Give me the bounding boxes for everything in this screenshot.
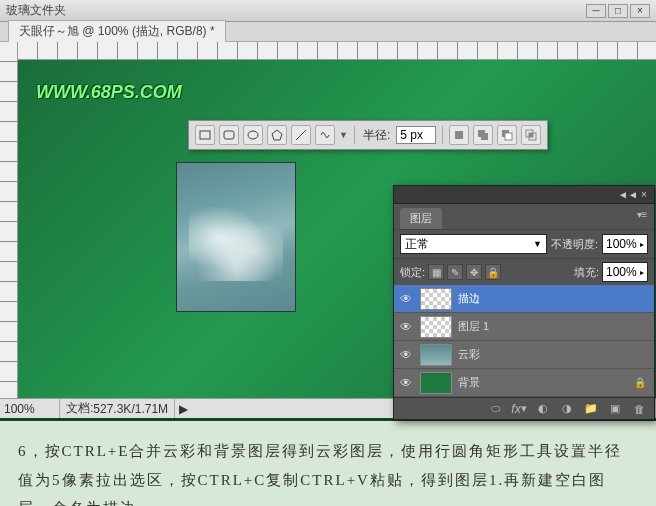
fill-label: 填充: (574, 265, 599, 280)
chevron-down-icon[interactable]: ▼ (339, 130, 348, 140)
titlebar: 玻璃文件夹 ─ □ × (0, 0, 656, 22)
window-controls: ─ □ × (586, 4, 650, 18)
layer-name: 背景 (458, 375, 480, 390)
visibility-icon[interactable]: 👁 (398, 291, 414, 307)
svg-rect-12 (529, 133, 533, 137)
layers-footer: ⬭ fx▾ ◐ ◑ 📁 ▣ 🗑 (394, 397, 654, 419)
canvas[interactable]: WWW.68PS.COM ▼ 半径: ◄◄ × (18, 42, 656, 398)
visibility-icon[interactable]: 👁 (398, 319, 414, 335)
new-layer-icon[interactable]: ▣ (606, 401, 624, 417)
svg-rect-5 (455, 131, 463, 139)
lock-pixels-icon[interactable]: ✎ (447, 264, 463, 280)
opacity-value: 100% (606, 237, 637, 251)
document-tabbar: 天眼仔～旭 @ 100% (描边, RGB/8) * (0, 22, 656, 42)
lock-icon: 🔒 (634, 377, 646, 388)
radius-label: 半径: (361, 127, 392, 144)
chevron-icon: ▸ (640, 268, 644, 277)
rounded-rectangle-shape-icon[interactable] (219, 125, 239, 145)
lock-fill-row: 锁定: ▦ ✎ ✥ 🔒 填充: 100% ▸ (394, 258, 654, 285)
layer-group-icon[interactable]: 📁 (582, 401, 600, 417)
fill-value: 100% (606, 265, 637, 279)
panel-tabs: 图层 ▾≡ (394, 204, 654, 229)
blend-mode-select[interactable]: 正常 ▼ (400, 234, 547, 254)
layer-thumbnail[interactable] (420, 344, 452, 366)
zoom-level[interactable]: 100% (0, 399, 60, 418)
layer-item[interactable]: 👁 描边 (394, 285, 654, 313)
layer-style-icon[interactable]: fx▾ (510, 401, 528, 417)
mode-subtract-icon[interactable] (497, 125, 517, 145)
panel-menu-icon[interactable]: ▾≡ (636, 208, 648, 220)
separator (442, 126, 443, 144)
svg-point-2 (248, 131, 258, 139)
layers-panel: ◄◄ × 图层 ▾≡ 正常 ▼ 不透明度: 100% ▸ (393, 185, 655, 420)
ellipse-shape-icon[interactable] (243, 125, 263, 145)
watermark: WWW.68PS.COM (36, 82, 182, 103)
panel-header[interactable]: ◄◄ × (394, 186, 654, 204)
statusbar-menu-icon[interactable]: ▶ (175, 402, 191, 416)
layer-thumbnail[interactable] (420, 316, 452, 338)
instruction-text: 6，按CTRL+E合并云彩和背景图层得到云彩图层，使用行圆角矩形工具设置半径值为… (0, 418, 656, 506)
svg-line-4 (296, 130, 306, 140)
visibility-icon[interactable]: 👁 (398, 347, 414, 363)
blend-opacity-row: 正常 ▼ 不透明度: 100% ▸ (394, 229, 654, 258)
workspace: WWW.68PS.COM ▼ 半径: ◄◄ × (0, 42, 656, 398)
link-layers-icon[interactable]: ⬭ (486, 401, 504, 417)
doc-info[interactable]: 文档: 527.3K/1.71M (60, 399, 175, 418)
document-tab[interactable]: 天眼仔～旭 @ 100% (描边, RGB/8) * (8, 20, 226, 43)
opacity-label: 不透明度: (551, 237, 598, 252)
mode-normal-icon[interactable] (449, 125, 469, 145)
line-shape-icon[interactable] (291, 125, 311, 145)
layer-item[interactable]: 👁 背景 🔒 (394, 369, 654, 397)
maximize-button[interactable]: □ (608, 4, 628, 18)
layer-thumbnail[interactable] (420, 372, 452, 394)
svg-rect-1 (224, 131, 234, 139)
titlebar-icon-label: 玻璃文件夹 (6, 2, 586, 19)
svg-rect-0 (200, 131, 210, 139)
svg-marker-3 (272, 130, 282, 140)
opacity-input[interactable]: 100% ▸ (602, 234, 648, 254)
separator (354, 126, 355, 144)
lock-transparent-icon[interactable]: ▦ (428, 264, 444, 280)
layer-name: 图层 1 (458, 319, 489, 334)
close-button[interactable]: × (630, 4, 650, 18)
chevron-icon: ▸ (640, 240, 644, 249)
layer-thumbnail[interactable] (420, 288, 452, 310)
rectangle-shape-icon[interactable] (195, 125, 215, 145)
layer-mask-icon[interactable]: ◐ (534, 401, 552, 417)
close-icon[interactable]: × (638, 189, 650, 201)
radius-input[interactable] (396, 126, 436, 144)
tab-layers[interactable]: 图层 (400, 208, 442, 229)
ruler-vertical (0, 42, 18, 398)
polygon-shape-icon[interactable] (267, 125, 287, 145)
cloud-layer-content[interactable] (176, 162, 296, 312)
visibility-icon[interactable]: 👁 (398, 375, 414, 391)
layer-name: 描边 (458, 291, 480, 306)
svg-rect-7 (481, 133, 488, 140)
adjustment-layer-icon[interactable]: ◑ (558, 401, 576, 417)
mode-add-icon[interactable] (473, 125, 493, 145)
layer-name: 云彩 (458, 347, 480, 362)
doc-info-value: 527.3K/1.71M (93, 402, 168, 416)
doc-info-label: 文档: (66, 400, 93, 417)
layer-item[interactable]: 👁 云彩 (394, 341, 654, 369)
mode-intersect-icon[interactable] (521, 125, 541, 145)
lock-label: 锁定: (400, 265, 425, 280)
delete-layer-icon[interactable]: 🗑 (630, 401, 648, 417)
collapse-icon[interactable]: ◄◄ (622, 189, 634, 201)
minimize-button[interactable]: ─ (586, 4, 606, 18)
blend-mode-value: 正常 (405, 236, 429, 253)
svg-rect-9 (505, 133, 512, 140)
fill-input[interactable]: 100% ▸ (602, 262, 648, 282)
lock-all-icon[interactable]: 🔒 (485, 264, 501, 280)
layer-item[interactable]: 👁 图层 1 (394, 313, 654, 341)
lock-position-icon[interactable]: ✥ (466, 264, 482, 280)
custom-shape-icon[interactable] (315, 125, 335, 145)
chevron-down-icon: ▼ (533, 239, 542, 249)
layer-list: 👁 描边 👁 图层 1 👁 云彩 👁 背景 (394, 285, 654, 397)
shape-options-toolbar: ▼ 半径: (188, 120, 548, 150)
ruler-horizontal (18, 42, 656, 60)
